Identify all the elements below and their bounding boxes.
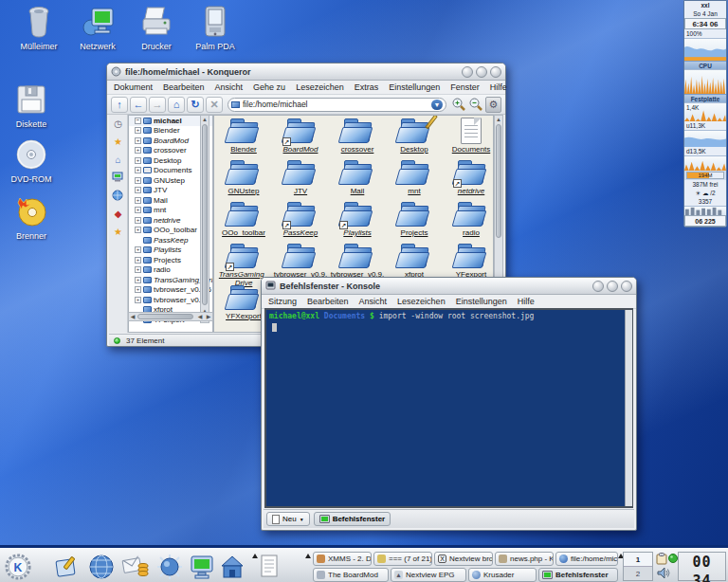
scrollbar-thumb[interactable] (202, 124, 208, 305)
file-item[interactable]: Documents (444, 118, 494, 154)
file-item[interactable]: xfprot (387, 243, 442, 279)
close-button[interactable] (621, 281, 632, 292)
expand-toggle[interactable]: + (135, 246, 141, 253)
tree-horizontal-scrollbar[interactable]: ◀ ◀ ▶ (128, 312, 213, 321)
session-tab[interactable]: Befehlsfenster (314, 512, 391, 526)
up-button[interactable]: ↑ (111, 97, 128, 113)
file-item[interactable]: JTV (273, 159, 328, 195)
expand-toggle[interactable]: + (135, 286, 141, 293)
expand-toggle[interactable]: + (135, 127, 141, 134)
location-value[interactable]: file:/home/michael (243, 100, 308, 109)
new-session-dropdown-arrow[interactable]: ▼ (300, 517, 304, 522)
file-item[interactable]: ↗Playlists (330, 201, 385, 237)
minimize-button[interactable] (462, 66, 473, 78)
terminal-scrollbar[interactable] (625, 310, 632, 506)
desktop-icon-printer[interactable]: Drucker (129, 4, 184, 51)
desktop-icon-palm-pda[interactable]: Palm PDA (188, 4, 243, 51)
devices-icon[interactable] (112, 172, 124, 184)
new-session-button[interactable]: Neu▼ (266, 512, 310, 526)
file-item[interactable]: crossover (330, 118, 385, 154)
zoom-out-icon[interactable] (468, 97, 483, 112)
maximize-button[interactable] (476, 66, 487, 78)
expand-toggle[interactable]: + (135, 147, 141, 154)
taskbar-clock[interactable]: 00 34 04.01.2004 (678, 552, 726, 581)
scrollbar-thumb[interactable] (137, 314, 193, 319)
desktop-icon-network[interactable]: Netzwerk (70, 4, 125, 51)
documents-shortcut-icon[interactable] (258, 553, 282, 581)
file-item[interactable]: ↗netdrive (444, 159, 494, 195)
task-boardmod[interactable]: The BoardMod (313, 568, 389, 582)
terminal-area[interactable]: michael@xxl Documents $ import -window r… (264, 308, 633, 508)
web-browser-icon[interactable] (87, 553, 116, 581)
maximize-button[interactable] (607, 281, 618, 292)
scroll-up-arrow[interactable]: ▲ (201, 116, 209, 123)
menu-einstellungen[interactable]: Einstellungen (389, 82, 440, 92)
task-nextview-epg[interactable]: ▲Nextview EPG (391, 568, 466, 582)
scroll-left-arrow[interactable]: ◀ (129, 313, 136, 321)
file-item[interactable]: YFexport (444, 243, 494, 279)
zoom-in-icon[interactable] (451, 97, 466, 112)
stop-button[interactable]: ✕ (206, 97, 223, 113)
expand-toggle[interactable]: + (135, 157, 141, 164)
pager-desktop-1[interactable]: 1 (624, 553, 652, 567)
back-button[interactable]: ← (130, 97, 147, 113)
home-button[interactable]: ⌂ (168, 97, 185, 113)
task-news-php[interactable]: news.php - KW (495, 552, 554, 566)
desktop-icon-brenner[interactable]: Brenner (4, 193, 59, 241)
file-item[interactable]: Blender (216, 118, 271, 154)
bookmarks-icon[interactable]: ★ (112, 136, 124, 148)
tree-vertical-scrollbar[interactable]: ▲ ▲ ▼ (200, 115, 209, 323)
file-item[interactable]: radio (444, 201, 494, 237)
pager-desktop-2[interactable]: 2 (624, 567, 652, 581)
scroll-left-arrow2[interactable]: ◀ (196, 313, 204, 321)
home-dir-icon[interactable]: ⌂ (112, 154, 124, 166)
menu-dokument[interactable]: Dokument (114, 82, 153, 92)
task-befehlsfenster[interactable]: Befehlsfenster (538, 568, 618, 582)
reload-button[interactable]: ↻ (187, 97, 204, 113)
applet-handle[interactable] (305, 554, 311, 558)
history-icon[interactable]: ◷ (112, 118, 124, 130)
show-desktop-icon[interactable] (53, 553, 82, 581)
menu-sitzung[interactable]: Sitzung (268, 297, 297, 306)
desktop-icon-floppy[interactable]: Diskette (4, 82, 59, 129)
menu-bearbeiten[interactable]: Bearbeiten (307, 297, 349, 306)
file-item[interactable]: GNUstep (216, 159, 271, 195)
task-krusader[interactable]: Krusader (468, 568, 537, 582)
bookmarks2-icon[interactable]: ★ (112, 226, 124, 238)
file-item[interactable]: Projects (387, 201, 442, 237)
file-item[interactable]: tvbrowser_v0.9. (330, 243, 385, 279)
expand-toggle[interactable]: + (135, 137, 141, 144)
menu-hilfe[interactable]: Hilfe (490, 82, 507, 92)
scroll-right-arrow[interactable]: ▶ (205, 313, 212, 321)
expand-toggle[interactable]: + (135, 177, 141, 184)
desktop-icon-dvdrom[interactable]: DVD-ROM (4, 136, 59, 184)
desktop-icon-trash[interactable]: Mülleimer (11, 4, 66, 51)
file-item[interactable]: Mail (330, 159, 385, 195)
file-item[interactable]: OOo_toolbar (216, 201, 271, 237)
expand-toggle[interactable]: + (135, 197, 141, 204)
expand-toggle[interactable]: + (135, 266, 141, 273)
task-7of21[interactable]: === (7 of 21) (373, 552, 432, 566)
klipper-icon[interactable] (656, 553, 667, 565)
scrollbar-thumb[interactable] (496, 124, 501, 238)
collapse-toggle[interactable]: − (135, 118, 141, 124)
services-icon[interactable]: ◆ (112, 208, 124, 220)
close-button[interactable] (490, 66, 501, 78)
forward-button[interactable]: → (149, 97, 166, 113)
file-item[interactable]: mnt (387, 159, 442, 195)
expand-toggle[interactable]: + (135, 217, 141, 224)
expand-toggle[interactable]: + (135, 207, 141, 213)
task-konqueror-file[interactable]: file:/home/mich (555, 552, 618, 566)
expand-toggle[interactable]: + (135, 257, 141, 264)
task-nextview-browser[interactable]: XNextview brow (434, 552, 493, 566)
kget-icon[interactable] (668, 554, 678, 563)
menu-hilfe[interactable]: Hilfe (518, 297, 535, 306)
task-xmms[interactable]: XMMS - 2. DJ (313, 552, 372, 566)
volume-icon[interactable] (657, 567, 670, 579)
location-bar[interactable]: file:/home/michael ▼ (228, 98, 446, 112)
kmenu-button[interactable]: K (4, 553, 32, 581)
home-folder-icon[interactable] (218, 553, 246, 581)
scroll-up-arrow[interactable]: ▲ (495, 116, 502, 123)
konsole-titlebar[interactable]: Befehlsfenster - Konsole (262, 278, 636, 295)
menu-fenster[interactable]: Fenster (450, 82, 480, 92)
